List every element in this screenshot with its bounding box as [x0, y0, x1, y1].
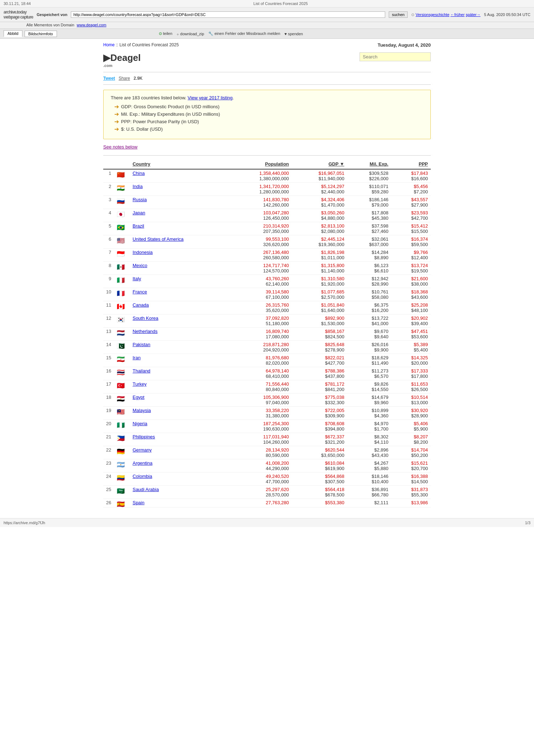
country-link[interactable]: Indonesia [132, 250, 152, 255]
country-link[interactable]: Japan [132, 210, 145, 215]
breadcrumb-home[interactable]: Home [103, 42, 115, 47]
page-header: Home :: List of Countries Forecast 2025 … [103, 42, 431, 49]
country-link[interactable]: Nigeria [132, 421, 147, 426]
cell-ppp: $5,456 $7,200 [391, 183, 431, 196]
cell-ppp: $23,593 $42,700 [391, 209, 431, 222]
cell-ppp: $13,724 $19,500 [391, 262, 431, 275]
country-link[interactable]: China [132, 171, 145, 176]
archive-bar: archive.today webpage capture Gespeicher… [0, 7, 534, 22]
country-link[interactable]: Netherlands [132, 329, 157, 334]
archive-logo[interactable]: archive.today webpage capture [4, 10, 33, 20]
top-datetime: 30.11.21, 18:44 [4, 1, 31, 6]
country-link[interactable]: Italy [132, 276, 141, 281]
separator-1 [103, 72, 431, 72]
cell-country: United States of America [130, 235, 229, 249]
tweet-button[interactable]: Tweet [103, 76, 115, 81]
country-flag: 🇫🇷 [117, 290, 125, 295]
cell-country: France [130, 288, 229, 301]
cell-population: 37,092,820 51,180,000 [230, 314, 292, 328]
cell-population: 1,358,440,000 1,380,000,000 [230, 169, 292, 183]
table-row: 23 🇦🇷 Argentina 41,008,200 44,290,000 $6… [103, 459, 431, 473]
country-link[interactable]: Turkey [132, 381, 146, 387]
cell-gdp: $564,418 $678,500 [292, 486, 347, 499]
share-count: 2.9K [134, 76, 142, 81]
table-row: 16 🇹🇭 Thailand 64,978,140 68,410,000 $78… [103, 367, 431, 380]
footer-page: 1/3 [525, 521, 530, 525]
download-zip-link[interactable]: ⬦ download_zip [177, 32, 204, 36]
cell-gdp: $788,386 $437,800 [292, 367, 347, 380]
cell-population: 124,717,740 124,570,000 [230, 262, 292, 275]
archive-logo-sub: webpage capture [4, 15, 33, 20]
domain-link[interactable]: www.deagel.com [77, 23, 106, 27]
cell-num: 2 [103, 183, 114, 196]
table-row: 2 🇮🇳 India 1,341,720,000 1,280,000,000 $… [103, 183, 431, 196]
cell-gdp: $4,324,406 $1,470,000 [292, 196, 347, 209]
spenden-link[interactable]: ♥ spenden [284, 32, 303, 36]
cell-milexp: $309,528 $226,000 [347, 169, 391, 183]
cell-flag: 🇲🇾 [114, 407, 130, 420]
country-link[interactable]: Brazil [132, 223, 144, 229]
error-link[interactable]: 🔧 einen Fehler oder Missbrauch melden [208, 31, 280, 36]
country-link[interactable]: Thailand [132, 368, 150, 374]
teilen-link[interactable]: ⊙ teilen [159, 31, 172, 36]
search-input[interactable] [360, 52, 431, 61]
cell-gdp: $822,021 $427,700 [292, 354, 347, 367]
country-flag: 🇨🇦 [117, 303, 125, 308]
cell-gdp: $16,967,051 $11,940,000 [292, 169, 347, 183]
country-link[interactable]: Russia [132, 197, 147, 202]
archive-search-button[interactable]: suchen [389, 11, 408, 18]
cell-ppp: $21,600 $38,000 [391, 275, 431, 288]
country-link[interactable]: Canada [132, 302, 149, 308]
cell-country: Spain [130, 499, 229, 507]
country-link[interactable]: United States of America [132, 236, 183, 242]
country-link[interactable]: Colombia [132, 474, 152, 479]
table-row: 7 🇮🇩 Indonesia 267,136,480 260,580,000 $… [103, 249, 431, 262]
cell-population: 1,341,720,000 1,280,000,000 [230, 183, 292, 196]
country-link[interactable]: Malaysia [132, 408, 151, 413]
cell-country: South Korea [130, 314, 229, 328]
cell-num: 14 [103, 341, 114, 354]
tab-abbild[interactable]: Abbild [4, 30, 22, 37]
table-row: 21 🇵🇭 Philippines 117,031,940 104,260,00… [103, 433, 431, 446]
cell-flag: 🇷🇺 [114, 196, 130, 209]
cell-ppp: $8,207 $8,200 [391, 433, 431, 446]
cell-num: 3 [103, 196, 114, 209]
country-flag: 🇲🇾 [117, 408, 125, 414]
cell-flag: 🇲🇽 [114, 262, 130, 275]
table-row: 13 🇳🇱 Netherlands 16,809,740 17,080,000 … [103, 328, 431, 341]
country-flag: 🇺🇸 [117, 237, 125, 243]
frueher-link[interactable]: ←früher [450, 12, 465, 17]
th-gdp: GDP ▼ [292, 159, 347, 169]
cell-num: 6 [103, 235, 114, 249]
share-button[interactable]: Share [119, 76, 130, 81]
cell-milexp: $2,111 [347, 499, 391, 507]
country-link[interactable]: Saudi Arabia [132, 487, 159, 492]
versionsgeschichte-link[interactable]: Versionsgeschichte [416, 12, 450, 17]
view-2017-link[interactable]: View year 2017 listing [188, 95, 232, 100]
country-flag: 🇨🇴 [117, 474, 125, 480]
country-link[interactable]: South Korea [132, 316, 158, 321]
cell-population: 25,297,620 28,570,000 [230, 486, 292, 499]
country-link[interactable]: Spain [132, 500, 144, 505]
search-block [360, 52, 431, 61]
country-link[interactable]: Mexico [132, 263, 147, 268]
cell-population: 64,978,140 68,410,000 [230, 367, 292, 380]
spaeter-link[interactable]: später→ [466, 12, 481, 17]
tab-bildschirmfoto[interactable]: Bildschirmfoto [25, 31, 57, 37]
cell-milexp: $10,761 $58,080 [347, 288, 391, 301]
country-link[interactable]: Germany [132, 447, 151, 453]
cell-country: China [130, 169, 229, 183]
country-link[interactable]: India [132, 184, 142, 189]
cell-country: Malaysia [130, 407, 229, 420]
country-link[interactable]: Argentina [132, 460, 152, 466]
country-flag: 🇩🇪 [117, 448, 125, 453]
cell-ppp: $17,843 $16,600 [391, 169, 431, 183]
country-link[interactable]: Iran [132, 355, 140, 360]
country-link[interactable]: Philippines [132, 434, 155, 439]
table-row: 12 🇰🇷 South Korea 37,092,820 51,180,000 … [103, 314, 431, 328]
country-link[interactable]: Egypt [132, 395, 144, 400]
archive-url-input[interactable] [71, 11, 385, 18]
country-link[interactable]: Pakistan [132, 342, 150, 347]
country-link[interactable]: France [132, 289, 147, 294]
notes-link[interactable]: See notes below [103, 144, 431, 150]
